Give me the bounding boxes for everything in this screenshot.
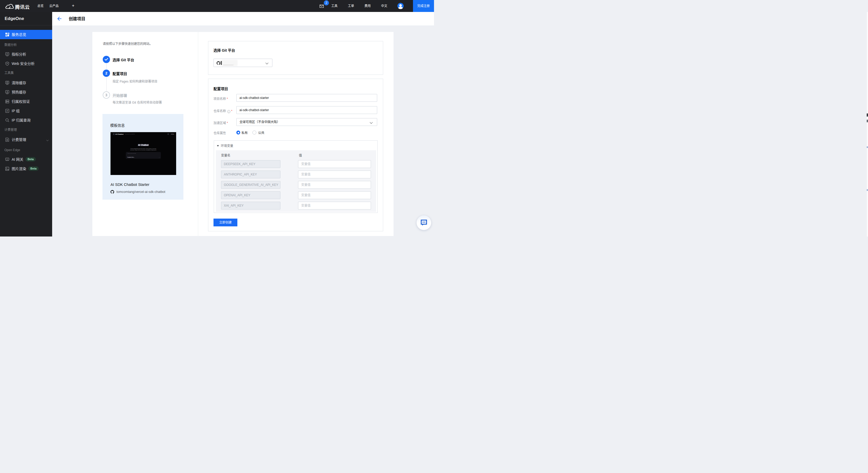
svg-text:IP: IP: [6, 110, 8, 112]
